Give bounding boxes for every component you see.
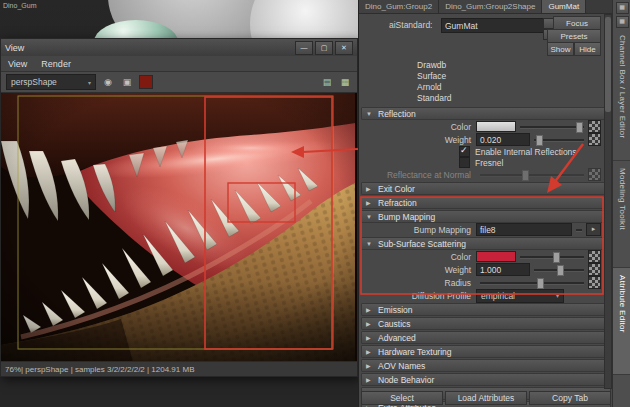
- map-checker-icon[interactable]: [588, 133, 601, 146]
- diffusion-profile-row: Diffusion Profile empirical: [359, 289, 613, 302]
- section-advanced[interactable]: Advanced: [361, 331, 611, 344]
- sss-weight-field[interactable]: 1.000: [476, 263, 530, 276]
- render-status-text: 76%| perspShape | samples 3/2/2/2/2/2 | …: [5, 365, 194, 374]
- tab-filler: [586, 0, 613, 13]
- color-swatch[interactable]: [476, 121, 516, 132]
- ae-scrollbar[interactable]: [604, 14, 612, 389]
- attr-label: Color: [359, 122, 476, 132]
- show-button[interactable]: Show: [547, 42, 574, 56]
- render-view-window: View View Render perspShape: [0, 38, 358, 377]
- sss-radius-slider[interactable]: [480, 278, 584, 287]
- checkbox-unchecked-icon[interactable]: [459, 157, 470, 168]
- render-view-titlebar[interactable]: View: [1, 39, 357, 56]
- ae-footer: Select Load Attributes Copy Tab: [359, 391, 613, 405]
- section-title: Caustics: [378, 319, 411, 329]
- menu-view[interactable]: View: [8, 59, 27, 69]
- sidebar-panel-icon[interactable]: [616, 2, 629, 14]
- section-aov-names[interactable]: AOV Names: [361, 359, 611, 372]
- slider-handle[interactable]: [536, 135, 543, 146]
- tab-attribute-editor[interactable]: Attribute Editor: [613, 268, 630, 375]
- section-title: Advanced: [378, 333, 416, 343]
- checkbox-label: Enable Internal Reflections: [475, 147, 577, 157]
- section-caustics[interactable]: Caustics: [361, 317, 611, 330]
- info-line: Surface: [417, 71, 613, 82]
- section-sub-surface-scattering[interactable]: Sub-Surface Scattering: [361, 237, 611, 250]
- map-checker-icon[interactable]: [588, 263, 601, 276]
- section-title: Hardware Texturing: [378, 347, 452, 357]
- camera-dropdown[interactable]: perspShape: [6, 74, 96, 90]
- hide-button[interactable]: Hide: [574, 42, 601, 56]
- collapse-arrow-icon: [366, 111, 373, 117]
- slider-handle[interactable]: [553, 252, 560, 263]
- copy-tab-button[interactable]: Copy Tab: [529, 391, 611, 405]
- section-hardware-texturing[interactable]: Hardware Texturing: [361, 345, 611, 358]
- info-line: Drawdb: [417, 60, 613, 71]
- enable-internal-reflections-row: Enable Internal Reflections: [359, 146, 613, 157]
- tab-modeling-toolkit[interactable]: Modeling Toolkit: [613, 161, 630, 268]
- collapse-arrow-icon: [366, 335, 373, 341]
- ipr-render-icon[interactable]: [120, 75, 134, 89]
- checkbox-label: Fresnel: [475, 158, 503, 168]
- section-title: Node Behavior: [378, 375, 434, 385]
- snapshot-icon[interactable]: [320, 75, 334, 89]
- dropdown-value: empirical: [481, 291, 515, 301]
- camera-dropdown-value: perspShape: [11, 77, 57, 87]
- presets-button[interactable]: Presets: [547, 29, 601, 43]
- collapse-arrow-icon: [366, 200, 373, 206]
- render-icon[interactable]: [101, 75, 115, 89]
- checkbox-checked-icon[interactable]: [459, 146, 470, 157]
- close-icon[interactable]: [335, 41, 353, 55]
- slider-handle[interactable]: [557, 265, 564, 276]
- map-checker-icon[interactable]: [588, 120, 601, 133]
- slider-handle[interactable]: [576, 122, 583, 133]
- scrollbar-thumb[interactable]: [605, 17, 611, 112]
- ae-tab-bar: Dino_Gum:Group2 Dino_Gum:Group2Shape Gum…: [359, 0, 613, 14]
- maximize-icon[interactable]: [315, 41, 333, 55]
- section-exit-color[interactable]: Exit Color: [361, 182, 611, 195]
- render-canvas[interactable]: [1, 93, 357, 361]
- render-region-swatch-icon[interactable]: [139, 75, 153, 89]
- connection-icon[interactable]: [586, 223, 601, 236]
- tab-channel-box-layer-editor[interactable]: Channel Box / Layer Editor: [613, 28, 630, 161]
- tab-label: Dino_Gum:Group2Shape: [445, 2, 535, 11]
- bump-file-field[interactable]: file8: [476, 223, 572, 236]
- color-slider[interactable]: [520, 122, 584, 131]
- chevron-down-icon: [556, 292, 559, 299]
- map-checker-icon: [588, 168, 601, 181]
- tab-label: GumMat: [548, 2, 579, 11]
- map-checker-icon[interactable]: [588, 276, 601, 289]
- collapse-arrow-icon: [366, 321, 373, 327]
- node-name-field[interactable]: GumMat: [441, 18, 545, 33]
- attr-label: Reflectance at Normal: [359, 170, 476, 180]
- diffusion-profile-dropdown[interactable]: empirical: [476, 289, 564, 303]
- section-bump-mapping[interactable]: Bump Mapping: [361, 210, 611, 223]
- select-button[interactable]: Select: [361, 391, 443, 405]
- ae-tab-group2[interactable]: Dino_Gum:Group2: [359, 0, 439, 13]
- node-info-block: Drawdb Surface Arnold Standard: [359, 58, 613, 106]
- map-checker-icon[interactable]: [588, 250, 601, 263]
- collapse-arrow-icon: [366, 363, 373, 369]
- weight-slider[interactable]: [534, 135, 584, 144]
- sss-weight-slider[interactable]: [534, 265, 584, 274]
- sss-color-swatch[interactable]: [476, 251, 516, 262]
- menu-render[interactable]: Render: [41, 59, 71, 69]
- minimize-icon[interactable]: [295, 41, 313, 55]
- collapse-arrow-icon: [366, 377, 373, 383]
- section-node-behavior[interactable]: Node Behavior: [361, 373, 611, 386]
- sidebar-layers-icon[interactable]: [616, 16, 629, 28]
- section-emission[interactable]: Emission: [361, 303, 611, 316]
- ae-tab-group2shape[interactable]: Dino_Gum:Group2Shape: [439, 0, 542, 13]
- attribute-editor: Dino_Gum:Group2 Dino_Gum:Group2Shape Gum…: [358, 0, 613, 407]
- sss-color-row: Color: [359, 250, 613, 263]
- section-refraction[interactable]: Refraction: [361, 196, 611, 209]
- sss-color-slider[interactable]: [520, 252, 584, 261]
- slider-handle[interactable]: [537, 278, 544, 289]
- keep-image-icon[interactable]: [338, 75, 352, 89]
- tab-label: Modeling Toolkit: [618, 168, 627, 230]
- weight-field[interactable]: 0.020: [476, 133, 530, 146]
- section-reflection[interactable]: Reflection: [361, 107, 611, 120]
- focus-button[interactable]: Focus: [553, 16, 601, 30]
- rendered-dino-image: [1, 93, 355, 361]
- load-attributes-button[interactable]: Load Attributes: [445, 391, 527, 405]
- ae-tab-gummat[interactable]: GumMat: [542, 0, 586, 13]
